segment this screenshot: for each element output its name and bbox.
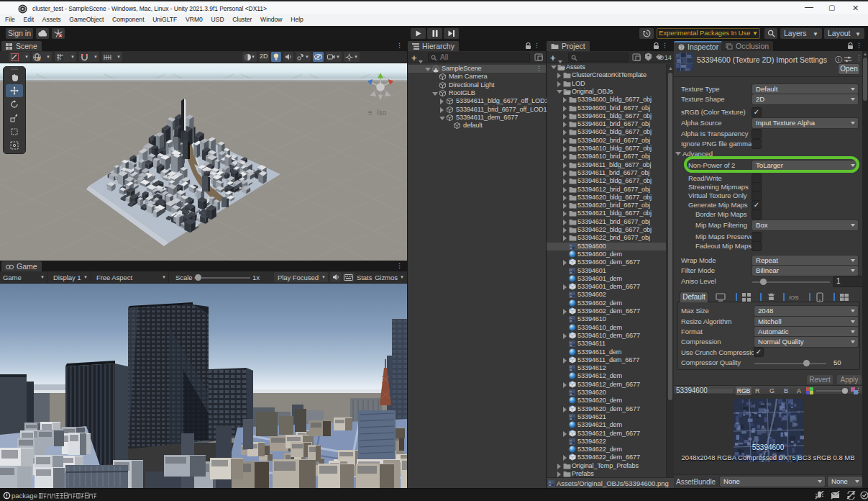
svg-text:?: ?	[680, 45, 683, 50]
svg-text:iOS: iOS	[789, 294, 798, 301]
